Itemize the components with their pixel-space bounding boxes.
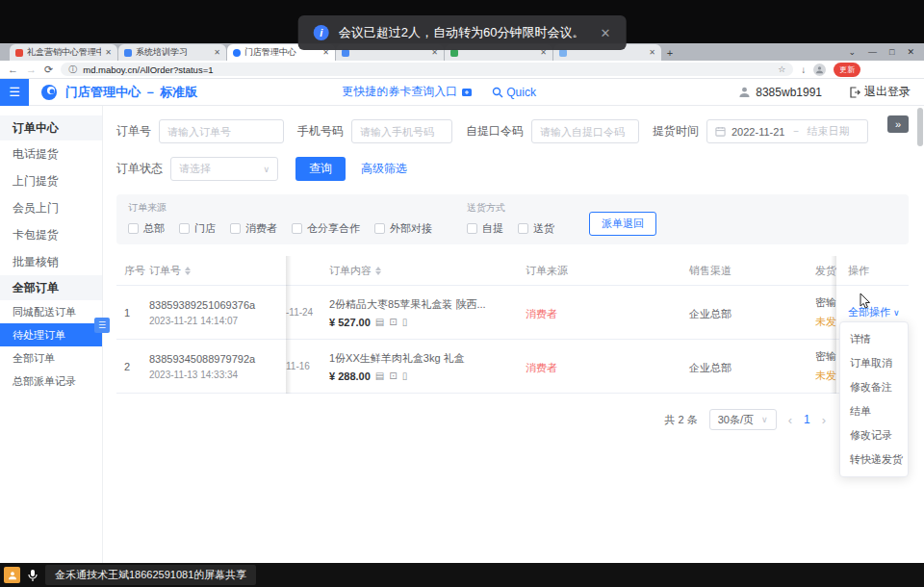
menu-item-close-order[interactable]: 结单 [840,399,908,423]
tab-close-icon[interactable]: ✕ [105,48,112,57]
sidebar-toggle-button[interactable]: ☰ [94,318,110,333]
browser-profile-avatar[interactable] [813,64,826,76]
checkbox-self-pickup[interactable]: 自提 [467,221,503,236]
scrollbar-thumb[interactable] [917,108,923,146]
order-created-time: 2023-11-21 14:14:07 [149,316,278,326]
pickup-time-clipped: -11-24 [286,307,329,318]
sales-channel: 企业总部 [689,308,732,319]
advanced-filter-link[interactable]: 高级筛选 [361,161,407,177]
sidebar-item-card-pickup[interactable]: 卡包提货 [0,221,102,248]
user-account[interactable]: 8385wb1991 [738,86,822,99]
window-close-button[interactable]: ✕ [907,47,914,57]
image-icon: ▤ [375,317,384,327]
search-button[interactable]: 查询 [295,157,346,181]
tab-close-icon[interactable]: ✕ [649,48,655,57]
checkbox-delivery[interactable]: 送货 [518,221,554,236]
new-tab-button[interactable]: + [662,44,678,61]
address-bar[interactable]: ⓘ md.maboy.cn/AllOrder?status=1 ☆ [61,63,793,76]
header-content[interactable]: 订单内容 [329,264,512,278]
quick-search-link[interactable]: Quick [492,86,536,99]
order-status-label: 订单状态 [116,161,163,177]
sidebar-item-phone-pickup[interactable]: 电话提货 [0,140,102,167]
date-separator: － [790,124,801,139]
tab-close-icon[interactable]: ✕ [214,48,220,57]
row-index: 1 [116,307,149,319]
menu-item-express-ship[interactable]: 转快递发货 [840,447,908,472]
ticket-icon: ⊡ [389,317,397,327]
checkbox-icon [179,223,190,234]
prev-page-button[interactable]: ‹ [788,413,792,427]
sidebar-item-city-delivery-orders[interactable]: 同城配送订单 [0,300,102,323]
window-minimize-button[interactable]: — [868,47,877,57]
collapse-panel-button[interactable]: » [887,115,909,133]
phone-label: 手机号码 [297,123,344,140]
pickup-time-clipped: 11-16 [286,361,329,371]
sidebar-item-pending-orders[interactable]: 待处理订单 [0,323,102,346]
menu-item-edit-history[interactable]: 修改记录 [840,423,908,447]
reload-icon[interactable]: ⟳ [44,64,53,76]
logout-button[interactable]: 退出登录 [849,84,911,100]
menu-item-detail[interactable]: 详情 [840,327,908,351]
tab-favicon-icon [15,49,23,57]
menu-item-edit-note[interactable]: 修改备注 [840,375,908,399]
sort-icon[interactable] [375,267,381,275]
tab-title: 礼盒营销中心管理中心 [27,46,101,59]
header-order-no[interactable]: 订单号 [149,264,286,278]
browser-update-menu-button[interactable]: 更新 [834,63,860,77]
coupon-query-entry-link[interactable]: 更快捷的券卡查询入口 [342,84,473,100]
order-content-text: 1份XX生鲜羊肉礼盒3kg 礼盒 [329,351,504,366]
menu-toggle-button[interactable]: ☰ [0,79,29,106]
order-status-select[interactable]: 请选择 ∨ [170,157,278,181]
checkbox-consumer[interactable]: 消费者 [230,221,277,236]
url-text: md.maboy.cn/AllOrder?status=1 [83,64,772,75]
date-range-picker[interactable]: 2022-11-21 － 结束日期 [706,119,868,143]
downloads-icon[interactable]: ↓ [801,64,806,75]
site-info-icon[interactable]: ⓘ [68,64,77,76]
browser-tab[interactable]: 礼盒营销中心管理中心 ✕ [10,44,117,61]
info-icon: i [314,25,329,40]
pickup-code-label: 自提口令码 [466,123,524,140]
next-page-button[interactable]: › [822,413,826,427]
checkbox-hq[interactable]: 总部 [128,221,165,236]
image-icon: ▤ [375,370,384,381]
tab-search-icon[interactable]: ⌄ [848,47,856,57]
page-size-select[interactable]: 30条/页 ∨ [709,409,777,430]
sidebar-item-hq-dispatch-records[interactable]: 总部派单记录 [0,370,102,393]
sidebar-item-door-pickup[interactable]: 上门提货 [0,167,102,194]
sidebar-item-member-visit[interactable]: 会员上门 [0,194,102,221]
actions-dropdown-menu: 详情 订单取消 修改备注 结单 修改记录 转快递发货 [839,321,909,477]
order-no-input[interactable] [159,119,284,143]
table-header-row: 序号 订单号 订单内容 订单来源 销售渠道 发货 操作 [116,256,909,286]
all-actions-dropdown[interactable]: 全部操作 ∨ [848,305,901,319]
phone-input[interactable] [351,119,452,143]
ship-status-clipped: 未发 [815,369,836,383]
back-icon[interactable]: ← [8,64,18,75]
logout-label: 退出登录 [864,84,911,100]
checkbox-warehouse-share[interactable]: 仓分享合作 [292,221,360,236]
sort-icon[interactable] [185,267,191,275]
sidebar-item-all-orders[interactable]: 全部订单 [0,346,102,370]
sales-channel: 企业总部 [689,362,732,373]
sidebar-item-batch-verify[interactable]: 批量核销 [0,248,102,275]
order-content-text: 2份精品大枣85苹果礼盒装 陕西... [329,297,504,312]
browser-tab[interactable]: 系统培训学习 ✕ [118,44,226,61]
tab-favicon-icon [124,49,132,57]
header-ship-clipped: 发货 [815,264,836,278]
menu-item-cancel-order[interactable]: 订单取消 [840,351,908,375]
sidebar-section-all-orders[interactable]: 全部订单 [0,275,102,300]
forward-icon[interactable]: → [26,64,37,75]
toast-close-icon[interactable]: ✕ [600,26,610,40]
checkbox-icon [467,223,477,234]
pickup-time-label: 提货时间 [653,123,699,140]
current-page[interactable]: 1 [804,413,810,426]
sidebar-section-order-center[interactable]: 订单中心 [0,115,102,140]
window-maximize-button[interactable]: □ [889,47,894,57]
bookmark-star-icon[interactable]: ☆ [778,64,785,74]
checkbox-store[interactable]: 门店 [179,221,216,236]
pickup-code-input[interactable] [531,119,639,143]
table-row: 1 83859389251069376a 2023-11-21 14:14:07… [116,286,909,340]
calendar-icon [715,126,726,137]
checkbox-icon [518,223,528,234]
checkbox-external[interactable]: 外部对接 [374,221,432,236]
dispatch-return-button[interactable]: 派单退回 [589,212,656,236]
